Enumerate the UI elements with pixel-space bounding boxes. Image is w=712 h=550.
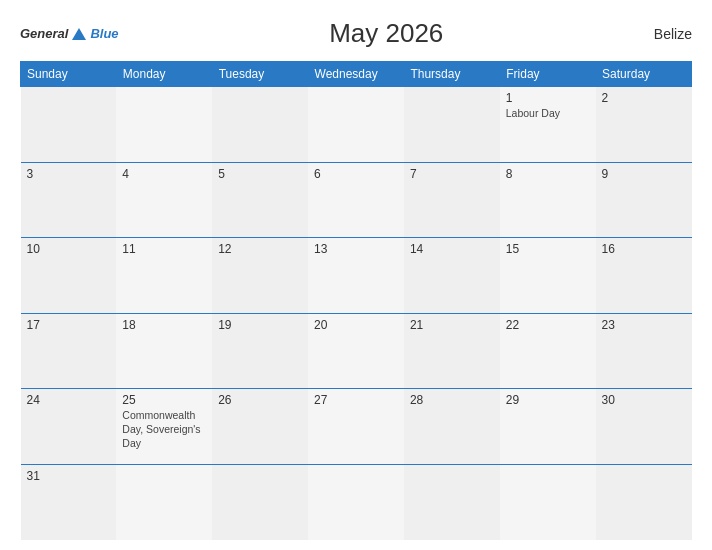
table-row: 25Commonwealth Day, Sovereign's Day	[116, 389, 212, 465]
day-number: 28	[410, 393, 494, 407]
day-number: 27	[314, 393, 398, 407]
table-row: 15	[500, 238, 596, 314]
calendar-table: Sunday Monday Tuesday Wednesday Thursday…	[20, 61, 692, 540]
table-row: 23	[596, 313, 692, 389]
day-number: 12	[218, 242, 302, 256]
table-row: 28	[404, 389, 500, 465]
day-number: 26	[218, 393, 302, 407]
calendar-title: May 2026	[329, 18, 443, 49]
event-label: Commonwealth Day, Sovereign's Day	[122, 409, 206, 450]
day-number: 10	[27, 242, 111, 256]
table-row: 22	[500, 313, 596, 389]
day-number: 24	[27, 393, 111, 407]
day-number: 31	[27, 469, 111, 483]
calendar-page: General Blue May 2026 Belize Sunday Mond…	[0, 0, 712, 550]
day-number: 9	[602, 167, 686, 181]
day-number: 5	[218, 167, 302, 181]
table-row: 2	[596, 87, 692, 163]
header-saturday: Saturday	[596, 62, 692, 87]
day-number: 20	[314, 318, 398, 332]
table-row: 16	[596, 238, 692, 314]
header-friday: Friday	[500, 62, 596, 87]
table-row: 4	[116, 162, 212, 238]
day-number: 29	[506, 393, 590, 407]
day-number: 6	[314, 167, 398, 181]
day-number: 25	[122, 393, 206, 407]
table-row: 8	[500, 162, 596, 238]
table-row: 7	[404, 162, 500, 238]
table-row	[212, 464, 308, 540]
table-row: 30	[596, 389, 692, 465]
day-number: 19	[218, 318, 302, 332]
header-wednesday: Wednesday	[308, 62, 404, 87]
table-row: 18	[116, 313, 212, 389]
header-monday: Monday	[116, 62, 212, 87]
logo: General Blue	[20, 26, 119, 41]
table-row: 20	[308, 313, 404, 389]
day-number: 13	[314, 242, 398, 256]
header-thursday: Thursday	[404, 62, 500, 87]
table-row: 31	[21, 464, 117, 540]
table-row: 3	[21, 162, 117, 238]
day-number: 14	[410, 242, 494, 256]
day-number: 30	[602, 393, 686, 407]
logo-general-text: General	[20, 26, 68, 41]
table-row	[308, 87, 404, 163]
table-row: 6	[308, 162, 404, 238]
table-row: 11	[116, 238, 212, 314]
table-row: 14	[404, 238, 500, 314]
table-row: 24	[21, 389, 117, 465]
table-row	[308, 464, 404, 540]
logo-blue-text: Blue	[90, 26, 118, 41]
day-number: 4	[122, 167, 206, 181]
day-number: 17	[27, 318, 111, 332]
table-row: 9	[596, 162, 692, 238]
day-number: 22	[506, 318, 590, 332]
table-row	[404, 464, 500, 540]
table-row	[500, 464, 596, 540]
calendar-header: General Blue May 2026 Belize	[20, 18, 692, 49]
table-row: 12	[212, 238, 308, 314]
table-row: 13	[308, 238, 404, 314]
day-number: 8	[506, 167, 590, 181]
table-row: 10	[21, 238, 117, 314]
table-row: 17	[21, 313, 117, 389]
table-row: 29	[500, 389, 596, 465]
table-row: 19	[212, 313, 308, 389]
day-number: 7	[410, 167, 494, 181]
table-row	[596, 464, 692, 540]
header-tuesday: Tuesday	[212, 62, 308, 87]
day-number: 23	[602, 318, 686, 332]
day-number: 18	[122, 318, 206, 332]
table-row: 21	[404, 313, 500, 389]
day-number: 16	[602, 242, 686, 256]
table-row	[116, 87, 212, 163]
logo-triangle-icon	[72, 28, 86, 40]
day-number: 15	[506, 242, 590, 256]
table-row: 26	[212, 389, 308, 465]
header-sunday: Sunday	[21, 62, 117, 87]
table-row	[21, 87, 117, 163]
day-number: 2	[602, 91, 686, 105]
table-row	[404, 87, 500, 163]
country-label: Belize	[654, 26, 692, 42]
table-row: 27	[308, 389, 404, 465]
table-row	[212, 87, 308, 163]
table-row: 5	[212, 162, 308, 238]
table-row	[116, 464, 212, 540]
event-label: Labour Day	[506, 107, 590, 121]
day-number: 1	[506, 91, 590, 105]
day-number: 11	[122, 242, 206, 256]
day-number: 3	[27, 167, 111, 181]
weekday-header-row: Sunday Monday Tuesday Wednesday Thursday…	[21, 62, 692, 87]
table-row: 1Labour Day	[500, 87, 596, 163]
day-number: 21	[410, 318, 494, 332]
